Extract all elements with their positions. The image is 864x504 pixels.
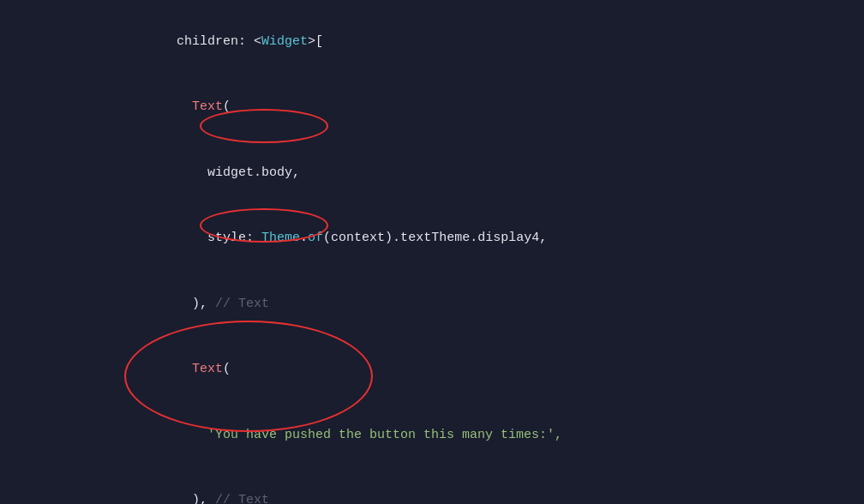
code-line-8: ), // Text <box>0 468 864 505</box>
code-container: children: <Widget>[ Text( widget.body, s… <box>0 0 864 504</box>
code-token: 'You have pushed the button this many ti… <box>130 428 562 442</box>
code-token: widget.body, <box>130 165 300 180</box>
code-comment: // Text <box>207 493 269 504</box>
code-line-5: ), // Text <box>0 271 864 337</box>
code-token <box>130 362 192 376</box>
code-token: : <box>238 34 254 49</box>
code-line-1: children: <Widget>[ <box>0 9 864 75</box>
code-token: children <box>130 34 238 49</box>
code-token: >[ <box>308 34 323 49</box>
code-line-7: 'You have pushed the button this many ti… <box>0 402 864 468</box>
code-line-2: Text( <box>0 75 864 141</box>
code-token: ), <box>130 493 207 504</box>
code-token: ( <box>223 362 231 376</box>
code-token: : <box>246 231 261 245</box>
code-token: of <box>308 231 323 245</box>
code-token: (context).textTheme.display4, <box>323 231 547 245</box>
code-token: Theme <box>261 231 300 245</box>
code-token: . <box>300 231 308 245</box>
code-line-3: widget.body, <box>0 140 864 206</box>
code-token: Text <box>192 99 223 114</box>
code-line-6: Text( <box>0 337 864 403</box>
editor-area: children: <Widget>[ Text( widget.body, s… <box>0 0 864 504</box>
code-token: < <box>254 34 261 49</box>
code-token: style <box>130 231 246 245</box>
code-comment: // Text <box>207 297 269 311</box>
code-token <box>130 99 192 114</box>
code-token: Widget <box>261 34 308 49</box>
code-token: ( <box>223 99 231 114</box>
code-line-4: style: Theme.of(context).textTheme.displ… <box>0 206 864 272</box>
code-token: ), <box>130 297 207 311</box>
code-token: Text <box>192 362 223 376</box>
